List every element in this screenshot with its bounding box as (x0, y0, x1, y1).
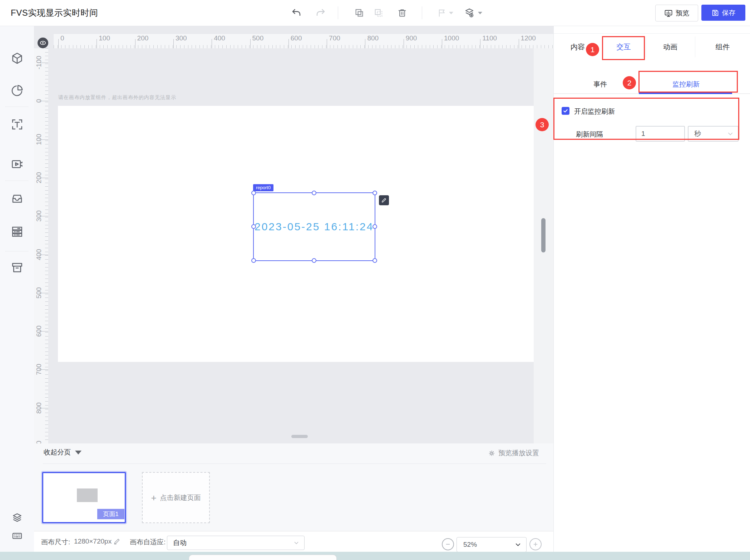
rail-item-chart[interactable] (10, 83, 25, 98)
h-ruler-major-tick (288, 39, 289, 48)
v-ruler-label: 600 (35, 320, 43, 342)
h-ruler-label: 100 (99, 34, 110, 42)
tab-animation[interactable]: 动画 (646, 34, 695, 60)
copy-button[interactable] (353, 7, 365, 19)
h-ruler-label: 1100 (482, 34, 497, 42)
layer-order-button[interactable] (463, 7, 475, 19)
pencil-icon (381, 197, 387, 203)
undo-icon (291, 8, 302, 18)
resize-handle-s[interactable] (312, 258, 316, 263)
h-ruler-major-tick (173, 39, 174, 48)
properties-panel: 内容 交互 动画 组件 事件 监控刷新 开启监控刷新 刷新间隔 秒 (553, 26, 750, 552)
resize-handle-w[interactable] (251, 224, 256, 229)
zoom-out-button[interactable] (442, 538, 454, 550)
subtab-monitor-refresh[interactable]: 监控刷新 (654, 75, 718, 94)
tab-interaction-label: 交互 (617, 42, 631, 52)
visibility-eye-button[interactable] (38, 38, 48, 48)
toolbar-divider (422, 6, 422, 19)
h-ruler-label: 300 (176, 34, 187, 42)
resize-handle-nw[interactable] (251, 191, 256, 195)
flag-icon (437, 8, 447, 18)
refresh-interval-unit-select[interactable]: 秒 (688, 126, 739, 142)
keyboard-icon (11, 530, 23, 541)
redo-icon (315, 8, 326, 18)
vertical-scrollbar-thumb[interactable] (541, 218, 546, 252)
group-caret-icon[interactable] (449, 12, 453, 14)
resize-handle-ne[interactable] (372, 191, 377, 195)
preview-play-settings-button[interactable]: 预览播放设置 (488, 448, 539, 458)
selected-component[interactable]: report0 2023-05-25 16:11:24 (253, 192, 375, 261)
toolbar-divider (338, 6, 338, 19)
page-title: FVS实现显示实时时间 (11, 0, 98, 26)
layer-order-caret-icon[interactable] (478, 12, 482, 14)
copy-icon (354, 8, 364, 18)
collapse-pages-button[interactable]: 收起分页 (44, 448, 82, 457)
annotation-step-2-badge: 2 (623, 76, 636, 89)
v-ruler-label: 800 (35, 397, 43, 419)
layers-icon (11, 512, 23, 524)
canvas-workspace: 0100200300400500600700800900100011001200… (34, 26, 553, 443)
subtab-events[interactable]: 事件 (582, 75, 618, 94)
canvas-fit-value: 自动 (173, 538, 187, 547)
trash-icon (397, 8, 407, 18)
redo-button[interactable] (315, 7, 327, 19)
h-ruler-label: 1200 (521, 34, 536, 42)
active-subtab-underline (639, 92, 732, 94)
monitor-refresh-checkbox[interactable] (562, 107, 569, 115)
new-page-button[interactable]: + 点击新建页面 (142, 472, 210, 523)
monitor-icon (664, 9, 673, 18)
refresh-interval-label: 刷新间隔 (576, 130, 603, 139)
plus-icon (533, 541, 538, 547)
horizontal-ruler: 0100200300400500600700800900100011001200… (54, 34, 553, 48)
v-ruler-label: 400 (35, 244, 43, 265)
rail-item-text[interactable] (10, 117, 25, 132)
h-ruler-label: 600 (291, 34, 302, 42)
page-thumbnail-1[interactable]: 页面1 (42, 472, 126, 523)
rail-item-media[interactable] (10, 157, 25, 172)
canvas-fit-select[interactable]: 自动 (167, 536, 305, 550)
rail-item-assets[interactable] (10, 191, 25, 206)
h-ruler-label: 1000 (444, 34, 459, 42)
group-button[interactable] (436, 7, 448, 19)
annotation-step-1-badge: 1 (586, 43, 599, 56)
delete-button[interactable] (396, 7, 408, 19)
resize-handle-e[interactable] (372, 224, 377, 229)
preview-button[interactable]: 预览 (655, 5, 698, 21)
v-ruler-label: 300 (35, 205, 43, 227)
undo-button[interactable] (290, 7, 302, 19)
h-ruler-major-tick (97, 39, 97, 48)
h-ruler-label: 0 (60, 34, 64, 42)
h-ruler-major-tick (250, 39, 251, 48)
zoom-level-select[interactable]: 52% (457, 537, 527, 552)
save-button[interactable]: 保存 (701, 5, 745, 21)
thumbnail-component-preview (77, 488, 98, 502)
rail-item-archive[interactable] (10, 260, 25, 275)
paste-button[interactable] (372, 7, 385, 19)
rail-item-3d[interactable] (10, 51, 25, 66)
horizontal-scrollbar-thumb[interactable] (291, 435, 308, 438)
archive-box-icon (11, 261, 24, 274)
resize-handle-sw[interactable] (251, 258, 256, 263)
canvas-hint-text: 请在画布内放置组件，超出画布外的内容无法显示 (58, 94, 176, 101)
h-ruler-label: 400 (214, 34, 225, 42)
rail-item-layers[interactable] (10, 510, 25, 525)
layers-arrange-icon (464, 8, 475, 18)
gear-icon (488, 450, 495, 457)
subtab-events-label: 事件 (593, 80, 607, 89)
resize-handle-se[interactable] (372, 258, 377, 263)
edit-component-button[interactable] (379, 195, 389, 205)
tab-interaction[interactable]: 交互 (602, 34, 646, 60)
subtab-monitor-refresh-label: 监控刷新 (672, 80, 700, 89)
rail-item-data[interactable] (10, 224, 25, 239)
h-ruler-label: 500 (252, 34, 264, 42)
canvas-size-value: 1280×720px (74, 537, 112, 545)
rail-item-shortcuts[interactable] (10, 528, 25, 543)
refresh-interval-input[interactable] (636, 126, 685, 142)
edit-size-button[interactable] (113, 538, 120, 545)
zoom-in-button[interactable] (529, 538, 542, 550)
resize-handle-n[interactable] (312, 191, 316, 195)
vertical-ruler: -1000100200300400500600700800900 (34, 48, 48, 443)
tab-component[interactable]: 组件 (695, 34, 750, 60)
new-page-label: 点击新建页面 (160, 493, 201, 502)
v-ruler-label: 100 (35, 129, 43, 150)
